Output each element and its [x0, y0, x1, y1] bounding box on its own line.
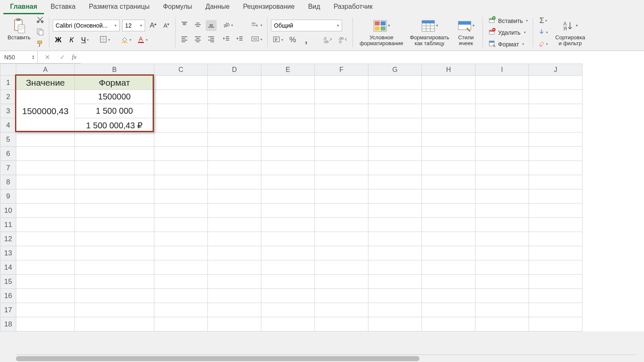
row-header[interactable]: 18 — [0, 317, 16, 331]
cell-H2[interactable] — [422, 90, 475, 104]
cell-A13[interactable] — [16, 246, 75, 260]
row-header[interactable]: 6 — [0, 147, 16, 161]
cell-D6[interactable] — [208, 147, 261, 161]
row-header[interactable]: 4 — [0, 118, 16, 133]
cell-B3[interactable]: 1 500 000 — [75, 104, 154, 118]
cell-F13[interactable] — [315, 246, 368, 260]
cell-E10[interactable] — [261, 204, 315, 218]
cell-A18[interactable] — [16, 317, 75, 331]
cell-B2[interactable]: 1500000 — [75, 90, 154, 104]
cell-C15[interactable] — [154, 275, 208, 289]
cell-I13[interactable] — [475, 246, 529, 260]
delete-cells-button[interactable]: Удалить — [486, 27, 529, 38]
cell-I15[interactable] — [475, 275, 529, 289]
cell-J13[interactable] — [529, 246, 583, 260]
cell-F17[interactable] — [315, 303, 368, 317]
cell-B6[interactable] — [75, 147, 154, 161]
cell-E9[interactable] — [261, 189, 315, 204]
cell-J5[interactable] — [529, 133, 583, 147]
cell-C3[interactable] — [154, 104, 208, 118]
decrease-decimal-button[interactable]: ,00,0 — [337, 35, 349, 46]
cell-C1[interactable] — [154, 76, 208, 90]
bold-button[interactable]: Ж — [53, 35, 64, 46]
column-header[interactable]: H — [422, 64, 475, 76]
align-center-button[interactable] — [192, 34, 203, 45]
cell-F11[interactable] — [315, 218, 368, 232]
tab-page-layout[interactable]: Разметка страницы — [82, 0, 156, 14]
cell-J17[interactable] — [529, 303, 583, 317]
cell-I8[interactable] — [475, 175, 529, 189]
underline-button[interactable]: Ч — [79, 35, 90, 46]
font-color-button[interactable]: A — [135, 35, 149, 46]
cell-I11[interactable] — [475, 218, 529, 232]
cell-I2[interactable] — [475, 90, 529, 104]
row-header[interactable]: 13 — [0, 246, 16, 260]
cell-I7[interactable] — [475, 161, 529, 175]
row-header[interactable]: 3 — [0, 104, 16, 118]
formula-input[interactable] — [81, 51, 644, 64]
cell-E1[interactable] — [261, 76, 315, 90]
column-header[interactable]: F — [315, 64, 368, 76]
cell-J16[interactable] — [529, 289, 583, 303]
format-cells-button[interactable]: Формат — [486, 39, 529, 50]
cell-B5[interactable] — [75, 133, 154, 147]
cell-D9[interactable] — [208, 189, 261, 204]
cell-D13[interactable] — [208, 246, 261, 260]
cell-D12[interactable] — [208, 232, 261, 246]
align-middle-button[interactable] — [192, 20, 203, 31]
cell-D10[interactable] — [208, 204, 261, 218]
cell-B13[interactable] — [75, 246, 154, 260]
scrollbar-thumb[interactable] — [16, 356, 419, 361]
cell-D1[interactable] — [208, 76, 261, 90]
horizontal-scrollbar[interactable] — [16, 354, 636, 362]
cell-A1[interactable]: Значение — [16, 76, 75, 90]
cell-H5[interactable] — [422, 133, 475, 147]
cell-J2[interactable] — [529, 90, 583, 104]
cell-J15[interactable] — [529, 275, 583, 289]
increase-indent-button[interactable] — [234, 34, 245, 45]
cell-E8[interactable] — [261, 175, 315, 189]
align-bottom-button[interactable] — [206, 20, 217, 31]
row-header[interactable]: 14 — [0, 260, 16, 275]
cell-H4[interactable] — [422, 118, 475, 133]
align-top-button[interactable] — [179, 20, 190, 31]
column-header[interactable]: J — [529, 64, 583, 76]
column-header[interactable]: E — [261, 64, 315, 76]
cancel-formula-button[interactable]: ✕ — [42, 52, 53, 63]
cell-B4[interactable]: 1 500 000,43 ₽ — [75, 118, 154, 133]
cell-G3[interactable] — [368, 104, 422, 118]
cell-F3[interactable] — [315, 104, 368, 118]
cell-J18[interactable] — [529, 317, 583, 331]
cell-E7[interactable] — [261, 161, 315, 175]
cell-B12[interactable] — [75, 232, 154, 246]
cell-H8[interactable] — [422, 175, 475, 189]
cell-J11[interactable] — [529, 218, 583, 232]
autosum-button[interactable]: Σ — [537, 15, 549, 26]
cell-H12[interactable] — [422, 232, 475, 246]
cell-J12[interactable] — [529, 232, 583, 246]
cell-J8[interactable] — [529, 175, 583, 189]
cell-E2[interactable] — [261, 90, 315, 104]
format-painter-button[interactable] — [35, 39, 46, 50]
cell-D17[interactable] — [208, 303, 261, 317]
cell-A2[interactable]: 1500000,43 — [16, 90, 75, 133]
cell-J6[interactable] — [529, 147, 583, 161]
cell-B1[interactable]: Формат — [75, 76, 154, 90]
cell-B16[interactable] — [75, 289, 154, 303]
cell-D16[interactable] — [208, 289, 261, 303]
cell-E12[interactable] — [261, 232, 315, 246]
cell-J3[interactable] — [529, 104, 583, 118]
cut-button[interactable] — [35, 15, 46, 26]
cell-E16[interactable] — [261, 289, 315, 303]
number-format-select[interactable]: Общий▾ — [271, 20, 342, 31]
cell-I5[interactable] — [475, 133, 529, 147]
cell-C11[interactable] — [154, 218, 208, 232]
row-header[interactable]: 12 — [0, 232, 16, 246]
cell-I18[interactable] — [475, 317, 529, 331]
row-header[interactable]: 15 — [0, 275, 16, 289]
cell-F6[interactable] — [315, 147, 368, 161]
column-header[interactable]: C — [154, 64, 208, 76]
cell-E14[interactable] — [261, 260, 315, 275]
cell-G18[interactable] — [368, 317, 422, 331]
cell-I1[interactable] — [475, 76, 529, 90]
